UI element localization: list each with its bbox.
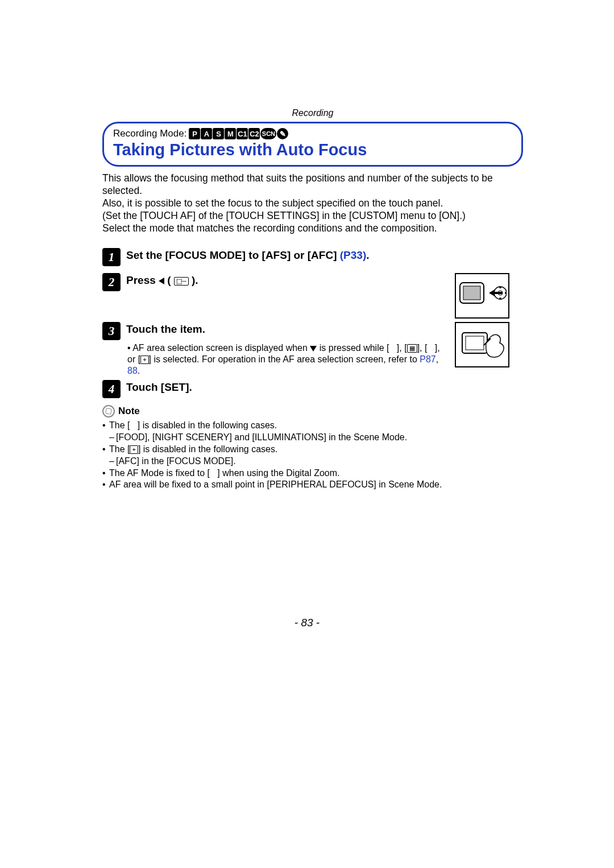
intro-p1: This allows the focusing method that sui… (102, 172, 493, 196)
note-3: The AF Mode is fixed to [ ] when using t… (109, 468, 340, 480)
note-4: AF area will be fixed to a small point i… (109, 479, 442, 491)
mode-p-icon: P (189, 128, 200, 139)
page-title: Taking Pictures with Auto Focus (113, 140, 512, 159)
step-3-detail-a: AF area selection screen is displayed wh… (132, 343, 310, 353)
step-1-number: 1 (102, 248, 121, 266)
intro-text: This allows the focusing method that sui… (102, 172, 523, 234)
note-1a: The [ ] is disabled in the following cas… (109, 420, 277, 432)
section-header: Recording (102, 108, 523, 118)
note-item-2: •The [+] is disabled in the following ca… (102, 444, 523, 456)
mode-a-icon: A (201, 128, 212, 139)
note-item-4: •AF area will be fixed to a small point … (102, 479, 523, 491)
note-list: •The [ ] is disabled in the following ca… (102, 420, 523, 491)
step-3: 3 Touch the item. (102, 322, 449, 340)
mode-m-icon: M (225, 128, 236, 139)
step-2-label-b: ( (164, 274, 174, 286)
step-4-number: 4 (102, 380, 121, 398)
mode-s-icon: S (213, 128, 224, 139)
intro-p2: Also, it is possible to set the focus to… (102, 197, 443, 209)
step-3-detail: • AF area selection screen is displayed … (127, 342, 449, 377)
intro-p3: (Set the [TOUCH AF] of the [TOUCH SETTIN… (102, 210, 466, 221)
step-3-detail-b: is pressed while [ ], [ (317, 343, 406, 353)
step-3-number: 3 (102, 322, 121, 340)
mode-custom-icon: ✎ (277, 128, 288, 139)
note-header: Note (102, 405, 523, 418)
note-icon (102, 405, 115, 418)
svg-point-4 (499, 286, 501, 288)
step-1: 1 Set the [FOCUS MODE] to [AFS] or [AFC]… (102, 248, 523, 266)
step-2-label-a: Press (126, 274, 159, 286)
note-heading-text: Note (118, 406, 140, 417)
recording-mode-row: Recording Mode: P A S M C1 C2 SCN ✎ (113, 128, 512, 139)
svg-rect-1 (463, 286, 480, 300)
svg-point-6 (493, 292, 496, 294)
note-2b: [AFC] in the [FOCUS MODE]. (116, 456, 236, 468)
link-p88[interactable]: 88 (127, 366, 138, 375)
note-2a-post: ] is disabled in the following cases. (138, 444, 277, 454)
step-3-detail-d: ] is selected. For operation in the AF a… (149, 354, 420, 364)
intro-p4: Select the mode that matches the recordi… (102, 222, 437, 234)
down-arrow-icon (310, 346, 317, 352)
left-arrow-icon (159, 278, 164, 284)
note-item-3: •The AF Mode is fixed to [ ] when using … (102, 468, 523, 480)
plus-icon: + (140, 356, 148, 364)
step-2-number: 2 (102, 273, 121, 291)
page-number: - 83 - (0, 617, 614, 629)
mode-c2-icon: C2 (248, 128, 260, 139)
note-item-1-sub: –[FOOD], [NIGHT SCENERY] and [ILLUMINATI… (109, 432, 523, 444)
recording-mode-label: Recording Mode: (113, 128, 186, 139)
note-2a-pre: The [ (109, 444, 130, 454)
af-area-icon: ⬚─ (174, 277, 189, 286)
link-p87[interactable]: P87 (420, 354, 435, 364)
title-box: Recording Mode: P A S M C1 C2 SCN ✎ Taki… (102, 122, 523, 167)
step-1-label-end: . (366, 249, 369, 261)
svg-point-5 (499, 297, 501, 300)
step-3-detail-e: . (138, 366, 140, 375)
step-3-text: Touch the item. (126, 322, 205, 336)
note-item-2-sub: –[AFC] in the [FOCUS MODE]. (109, 456, 523, 468)
step-1-label: Set the [FOCUS MODE] to [AFS] or [AFC] (126, 249, 337, 261)
step-1-text: Set the [FOCUS MODE] to [AFS] or [AFC] (… (126, 248, 370, 262)
mode-c1-icon: C1 (237, 128, 248, 139)
note-item-1: •The [ ] is disabled in the following ca… (102, 420, 523, 432)
mode-icons: P A S M C1 C2 SCN ✎ (189, 128, 288, 139)
step-4-text: Touch [SET]. (126, 380, 192, 394)
plus-box-icon: + (130, 445, 138, 454)
camera-dpad-illustration (455, 273, 509, 319)
mode-scn-icon: SCN (260, 128, 276, 139)
touch-hand-illustration (455, 322, 509, 367)
step-2-text: Press ( ⬚─ ). (126, 273, 198, 287)
step-2: 2 Press ( ⬚─ ). (102, 273, 449, 291)
step-4: 4 Touch [SET]. (102, 380, 523, 398)
note-1b: [FOOD], [NIGHT SCENERY] and [ILLUMINATIO… (116, 432, 407, 444)
svg-rect-9 (466, 336, 484, 350)
svg-point-7 (505, 292, 507, 294)
step-1-link[interactable]: (P33) (340, 249, 366, 261)
multi-area-icon: ▦ (407, 344, 417, 353)
step-2-label-c: ). (189, 274, 198, 286)
